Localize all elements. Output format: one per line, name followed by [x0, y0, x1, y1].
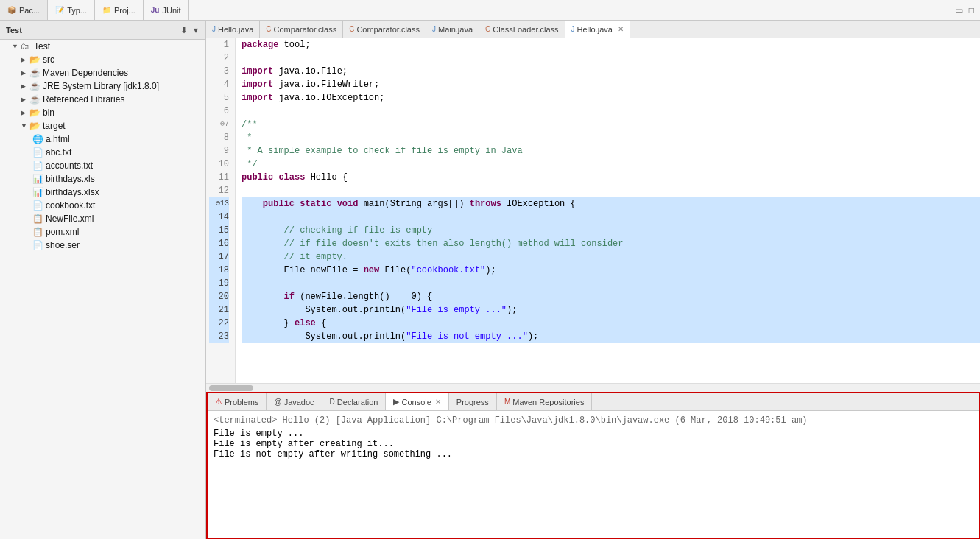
- tree-item-accounts-txt[interactable]: 📄 accounts.txt: [0, 159, 205, 172]
- tab-types[interactable]: 📝 Typ...: [48, 0, 95, 20]
- editor-tab-bar: J Hello.java C Comparator.class C Compar…: [206, 21, 980, 38]
- editor-tab-hello2-active[interactable]: J Hello.java ✕: [565, 21, 630, 38]
- tree-item-birthdays-xlsx[interactable]: 📊 birthdays.xlsx: [0, 186, 205, 199]
- tree-arrow-maven: ▶: [21, 69, 29, 77]
- class-file-icon-cl: C: [485, 25, 490, 33]
- code-line-20: if (newFile.length() == 0) {: [242, 290, 980, 303]
- tab-projects[interactable]: 📁 Proj...: [95, 0, 144, 20]
- tree-item-a-html[interactable]: 🌐 a.html: [0, 133, 205, 146]
- code-line-15: // checking if file is empty: [242, 224, 980, 237]
- packages-icon: 📦: [7, 6, 16, 14]
- console-content: <terminated> Hello (2) [Java Application…: [208, 411, 979, 538]
- line-number-10: 10: [209, 158, 229, 171]
- code-line-17: // it empty.: [242, 250, 980, 264]
- console-close-btn[interactable]: ✕: [435, 398, 441, 406]
- types-icon: 📝: [55, 6, 64, 14]
- line-number-4: 4: [209, 78, 229, 91]
- javadoc-icon: @: [274, 398, 281, 406]
- maximize-view-btn[interactable]: □: [967, 5, 976, 15]
- console-output-line: File is empty ...: [214, 429, 973, 439]
- editor-tab-main[interactable]: J Main.java: [426, 21, 479, 38]
- tree-item-cookbook-txt[interactable]: 📄 cookbook.txt: [0, 199, 205, 212]
- line-number-7: ⊖7: [209, 118, 229, 131]
- bottom-tab-progress[interactable]: Progress: [449, 393, 497, 410]
- tree-item-shoe-ser[interactable]: 📄 shoe.ser: [0, 239, 205, 252]
- code-editor[interactable]: 123456⊖789101112⊖1314151617181920212223 …: [206, 38, 980, 383]
- bottom-tab-problems[interactable]: ⚠ Problems: [208, 393, 267, 410]
- console-terminated-line: <terminated> Hello (2) [Java Application…: [214, 415, 973, 426]
- collapse-all-btn[interactable]: ⬇: [179, 25, 189, 35]
- sidebar-title: Test: [6, 26, 22, 35]
- console-output-line: File is empty after creating it...: [214, 439, 973, 449]
- line-number-17: 17: [209, 250, 229, 264]
- sidebar-menu-btn[interactable]: ▾: [192, 25, 200, 35]
- code-line-19: [242, 277, 980, 290]
- code-line-8: *: [242, 131, 980, 144]
- tab-packages[interactable]: 📦 Pac...: [0, 0, 48, 20]
- ref-libs-icon: ☕: [29, 94, 41, 105]
- line-number-23: 23: [209, 330, 229, 343]
- code-line-4: import java.io.FileWriter;: [242, 78, 980, 91]
- code-line-12: [242, 184, 980, 197]
- line-number-5: 5: [209, 91, 229, 105]
- code-line-1: package tool;: [242, 38, 980, 52]
- maven-deps-icon: ☕: [29, 68, 41, 78]
- bottom-tab-maven-repos[interactable]: M Maven Repositories: [497, 393, 593, 410]
- tree-item-bin[interactable]: ▶ 📂 bin: [0, 106, 205, 119]
- tree-arrow-test: ▼: [12, 43, 21, 50]
- bottom-tab-javadoc[interactable]: @ Javadoc: [267, 393, 322, 410]
- code-line-18: File newFile = new File("cookbook.txt");: [242, 264, 980, 277]
- line-number-20: 20: [209, 290, 229, 303]
- bottom-tab-console[interactable]: ▶ Console ✕: [386, 393, 448, 410]
- main-area: Test ⬇ ▾ ▼ 🗂 Test ▶ 📂 src ▶ ☕ Maven Depe…: [0, 21, 980, 539]
- close-hello2-btn[interactable]: ✕: [618, 25, 624, 33]
- tree-item-pom-xml[interactable]: 📋 pom.xml: [0, 225, 205, 239]
- tab-junit[interactable]: Ju JUnit: [144, 0, 189, 20]
- code-line-5: import java.io.IOException;: [242, 91, 980, 105]
- xlsx-file-icon: 📊: [32, 187, 44, 197]
- code-line-21: System.out.println("File is empty ...");: [242, 303, 980, 317]
- tree-root-test[interactable]: ▼ 🗂 Test: [0, 40, 205, 53]
- code-line-10: */: [242, 158, 980, 171]
- console-icon: ▶: [393, 397, 399, 406]
- tree-item-target[interactable]: ▼ 📂 target: [0, 119, 205, 133]
- target-folder-icon: 📂: [29, 121, 41, 131]
- xml-file-icon-newfile: 📋: [32, 214, 44, 224]
- line-number-14: 14: [209, 211, 229, 224]
- tree-item-abc-txt[interactable]: 📄 abc.txt: [0, 146, 205, 159]
- editor-tab-comparator1[interactable]: C Comparator.class: [260, 21, 343, 38]
- console-output: File is empty ...File is empty after cre…: [214, 429, 973, 459]
- editor-horizontal-scrollbar[interactable]: [206, 383, 980, 392]
- projects-icon: 📁: [102, 6, 111, 14]
- project-sidebar: Test ⬇ ▾ ▼ 🗂 Test ▶ 📂 src ▶ ☕ Maven Depe…: [0, 21, 206, 539]
- line-number-22: 22: [209, 317, 229, 330]
- scrollbar-thumb[interactable]: [209, 385, 253, 391]
- editor-area: J Hello.java C Comparator.class C Compar…: [206, 21, 980, 539]
- console-output-line: File is not empty after writing somethin…: [214, 449, 973, 459]
- line-number-21: 21: [209, 303, 229, 317]
- declaration-icon: D: [330, 398, 335, 406]
- tree-item-newfile-xml[interactable]: 📋 NewFile.xml: [0, 212, 205, 225]
- line-number-8: 8: [209, 131, 229, 144]
- line-number-15: 15: [209, 224, 229, 237]
- jre-lib-icon: ☕: [29, 81, 41, 91]
- junit-icon: Ju: [151, 6, 160, 14]
- line-number-12: 12: [209, 184, 229, 197]
- tree-arrow-reflibs: ▶: [21, 96, 29, 103]
- bottom-tab-declaration[interactable]: D Declaration: [322, 393, 387, 410]
- tree-item-src[interactable]: ▶ 📂 src: [0, 53, 205, 66]
- code-content[interactable]: package tool; import java.io.File;import…: [236, 38, 980, 383]
- tree-item-ref-libs[interactable]: ▶ ☕ Referenced Libraries: [0, 93, 205, 106]
- txt-file-icon-cookbook: 📄: [32, 200, 44, 211]
- minimize-view-btn[interactable]: ▭: [953, 5, 965, 15]
- editor-tab-classloader[interactable]: C ClassLoader.class: [479, 21, 565, 38]
- bin-folder-icon: 📂: [29, 108, 41, 118]
- code-line-14: [242, 211, 980, 224]
- editor-tab-hello1[interactable]: J Hello.java: [206, 21, 260, 38]
- test-project-icon: 🗂: [21, 41, 32, 52]
- tree-item-jre[interactable]: ▶ ☕ JRE System Library [jdk1.8.0]: [0, 80, 205, 93]
- editor-tab-comparator2[interactable]: C Comparator.class: [343, 21, 426, 38]
- tree-item-maven-deps[interactable]: ▶ ☕ Maven Dependencies: [0, 66, 205, 80]
- code-line-9: * A simple example to check if file is e…: [242, 144, 980, 158]
- tree-item-birthdays-xls[interactable]: 📊 birthdays.xls: [0, 172, 205, 186]
